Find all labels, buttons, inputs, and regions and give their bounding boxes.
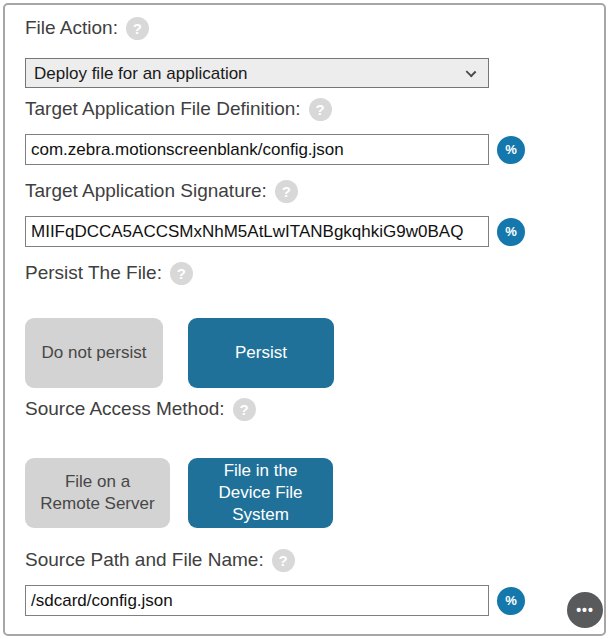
- source-access-option-remote-server[interactable]: File on a Remote Server: [25, 458, 170, 528]
- help-icon[interactable]: ?: [272, 549, 295, 572]
- persist-label: Persist The File:: [25, 262, 162, 284]
- more-options-button[interactable]: •••: [567, 592, 603, 628]
- help-icon[interactable]: ?: [233, 398, 256, 421]
- substitution-icon[interactable]: %: [497, 136, 525, 164]
- source-path-row: %: [25, 585, 604, 616]
- target-file-definition-input[interactable]: [25, 134, 489, 165]
- settings-panel: File Action: ? Deploy file for an applic…: [3, 3, 606, 636]
- target-signature-label: Target Application Signature:: [25, 180, 267, 202]
- source-access-toggle-group: File on a Remote Server File in the Devi…: [25, 458, 604, 528]
- persist-label-row: Persist The File: ?: [25, 260, 604, 286]
- help-icon[interactable]: ?: [309, 98, 332, 121]
- source-access-option-device-file-system[interactable]: File in the Device File System: [188, 458, 333, 528]
- file-action-select[interactable]: Deploy file for an application: [25, 58, 489, 88]
- persist-option-persist[interactable]: Persist: [188, 318, 334, 388]
- substitution-icon[interactable]: %: [497, 218, 525, 246]
- target-file-definition-row: %: [25, 134, 604, 165]
- source-path-label: Source Path and File Name:: [25, 549, 264, 571]
- source-path-label-row: Source Path and File Name: ?: [25, 547, 604, 573]
- target-signature-input[interactable]: [25, 216, 489, 247]
- persist-option-do-not-persist[interactable]: Do not persist: [25, 318, 163, 388]
- substitution-icon[interactable]: %: [497, 587, 525, 615]
- target-file-definition-label-row: Target Application File Definition: ?: [25, 96, 604, 122]
- target-file-definition-label: Target Application File Definition:: [25, 98, 301, 120]
- help-icon[interactable]: ?: [275, 180, 298, 203]
- target-signature-label-row: Target Application Signature: ?: [25, 178, 604, 204]
- help-icon[interactable]: ?: [170, 262, 193, 285]
- file-action-label-row: File Action: ?: [25, 15, 604, 41]
- help-icon[interactable]: ?: [126, 17, 149, 40]
- source-access-label-row: Source Access Method: ?: [25, 396, 604, 422]
- file-action-select-wrap: Deploy file for an application: [25, 58, 489, 88]
- source-path-input[interactable]: [25, 585, 489, 616]
- source-access-label: Source Access Method:: [25, 398, 225, 420]
- persist-toggle-group: Do not persist Persist: [25, 318, 604, 388]
- file-action-label: File Action:: [25, 17, 118, 39]
- target-signature-row: %: [25, 216, 604, 247]
